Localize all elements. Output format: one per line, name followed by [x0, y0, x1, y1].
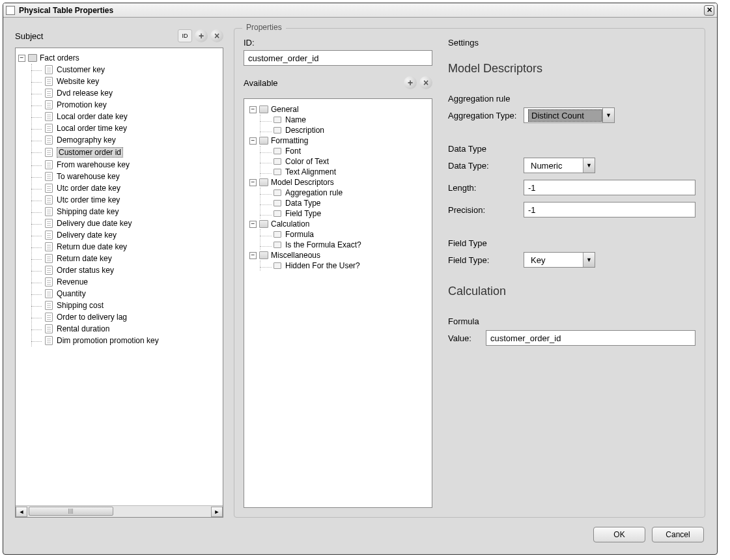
tree-leaf[interactable]: Demography key	[32, 134, 220, 146]
tree-leaf[interactable]: To warehouse key	[32, 171, 220, 182]
tree-leaf[interactable]: Order to delivery lag	[32, 311, 220, 323]
aggregation-type-value: Distinct Count	[528, 109, 602, 122]
column-icon	[45, 301, 53, 310]
column-icon	[45, 266, 53, 275]
tree-leaf[interactable]: Website key	[32, 76, 220, 87]
available-item[interactable]: Formula	[260, 229, 428, 240]
ok-button[interactable]: OK	[593, 527, 645, 542]
tree-leaf[interactable]: Delivery due date key	[32, 217, 220, 229]
tree-leaf[interactable]: Return due date key	[32, 241, 220, 253]
column-icon	[45, 172, 53, 181]
available-item-label: Name	[285, 115, 306, 124]
tree-leaf[interactable]: Return date key	[32, 253, 220, 264]
folder-icon	[259, 178, 268, 186]
tree-leaf[interactable]: Customer order id	[32, 146, 220, 159]
available-tree: −GeneralNameDescription−FormattingFontCo…	[244, 98, 432, 508]
data-type-select[interactable]: Numeric ▼	[524, 158, 595, 173]
available-item[interactable]: Description	[260, 125, 428, 135]
horizontal-scrollbar[interactable]: ◄ ►	[16, 505, 223, 517]
column-icon	[45, 195, 53, 204]
tree-leaf-label: From warehouse key	[57, 160, 130, 169]
available-item-label: Field Type	[285, 209, 321, 218]
length-input[interactable]	[524, 180, 695, 195]
tree-leaf[interactable]: Shipping date key	[32, 206, 220, 217]
precision-label: Precision:	[448, 205, 518, 215]
field-type-label: Field Type:	[448, 255, 518, 265]
available-item[interactable]: Font	[260, 146, 428, 156]
tree-leaf[interactable]: Local order date key	[32, 111, 220, 122]
tree-root-fact-orders[interactable]: − Fact orders	[18, 52, 220, 64]
available-item[interactable]: Aggregation rule	[260, 188, 428, 198]
tree-leaf-label: Dvd release key	[57, 89, 113, 98]
property-icon	[274, 158, 281, 165]
tree-leaf[interactable]: Quantity	[32, 288, 220, 300]
id-input[interactable]	[244, 50, 432, 66]
add-subject-icon[interactable]: +	[195, 29, 208, 42]
available-item[interactable]: Is the Formula Exact?	[260, 240, 428, 250]
field-type-value: Key	[528, 255, 583, 266]
available-item[interactable]: Name	[260, 115, 428, 125]
column-icon	[45, 112, 53, 121]
tree-leaf-label: Demography key	[57, 135, 116, 145]
field-type-select[interactable]: Key ▼	[524, 252, 595, 268]
tree-leaf[interactable]: Rental duration	[32, 323, 220, 335]
available-group[interactable]: −Miscellaneous	[248, 250, 428, 260]
column-icon	[45, 160, 53, 169]
column-icon	[45, 242, 53, 251]
tree-leaf[interactable]: Customer key	[32, 64, 220, 76]
available-item[interactable]: Color of Text	[260, 156, 428, 167]
property-icon	[274, 127, 281, 133]
available-group[interactable]: −Model Descriptors	[248, 177, 428, 188]
tree-leaf[interactable]: Local order time key	[32, 122, 220, 134]
available-item[interactable]: Data Type	[260, 198, 428, 208]
tree-leaf[interactable]: Shipping cost	[32, 300, 220, 311]
close-icon[interactable]: ✕	[704, 5, 714, 16]
tree-leaf-label: Delivery date key	[57, 231, 117, 240]
tree-leaf[interactable]: Dvd release key	[32, 87, 220, 99]
available-item[interactable]: Text Alignment	[260, 167, 428, 177]
tree-leaf[interactable]: Dim promotion promotion key	[32, 335, 220, 346]
collapse-icon[interactable]: −	[249, 221, 257, 228]
collapse-icon[interactable]: −	[249, 252, 257, 259]
tree-leaf[interactable]: Utc order time key	[32, 194, 220, 206]
chevron-down-icon: ▼	[583, 253, 595, 267]
available-item[interactable]: Hidden For the User?	[260, 260, 428, 271]
collapse-icon[interactable]: −	[18, 55, 25, 62]
collapse-icon[interactable]: −	[249, 106, 257, 113]
cancel-button[interactable]: Cancel	[652, 527, 704, 542]
tree-leaf[interactable]: Utc order date key	[32, 182, 220, 194]
available-group[interactable]: −General	[248, 104, 428, 115]
available-item-label: Description	[285, 126, 324, 135]
folder-icon	[259, 105, 268, 113]
remove-available-icon[interactable]: ×	[419, 76, 432, 89]
scroll-right-icon[interactable]: ►	[211, 507, 223, 517]
precision-input[interactable]	[524, 202, 695, 217]
available-item[interactable]: Field Type	[260, 208, 428, 219]
tree-leaf-label: Return due date key	[57, 242, 127, 251]
tree-leaf[interactable]: From warehouse key	[32, 159, 220, 171]
column-icon	[45, 313, 53, 322]
tree-leaf-label: Local order time key	[57, 124, 127, 133]
window-title: Physical Table Properties	[19, 6, 704, 15]
scroll-left-icon[interactable]: ◄	[16, 507, 27, 517]
tree-leaf[interactable]: Order status key	[32, 264, 220, 276]
add-available-icon[interactable]: +	[404, 76, 417, 89]
tree-leaf-label: Utc order date key	[57, 184, 120, 193]
remove-subject-icon[interactable]: ×	[210, 29, 223, 42]
tree-leaf[interactable]: Promotion key	[32, 99, 220, 111]
tree-leaf[interactable]: Delivery date key	[32, 229, 220, 241]
tree-leaf-label: Customer key	[57, 65, 105, 74]
scroll-track[interactable]	[27, 507, 211, 517]
subject-panel: Subject ID + × − Fact orders Customer ke…	[15, 28, 223, 518]
tree-leaf[interactable]: Revenue	[32, 276, 220, 288]
id-tag-icon[interactable]: ID	[178, 29, 192, 42]
scroll-thumb[interactable]	[29, 507, 113, 516]
aggregation-rule-heading: Aggregation rule	[448, 94, 695, 104]
aggregation-type-select[interactable]: Distinct Count ▼	[524, 107, 615, 123]
column-icon	[45, 135, 53, 145]
available-group[interactable]: −Formatting	[248, 135, 428, 146]
collapse-icon[interactable]: −	[249, 137, 257, 145]
collapse-icon[interactable]: −	[249, 179, 257, 186]
available-group[interactable]: −Calculation	[248, 219, 428, 229]
formula-value-input[interactable]	[486, 330, 695, 346]
